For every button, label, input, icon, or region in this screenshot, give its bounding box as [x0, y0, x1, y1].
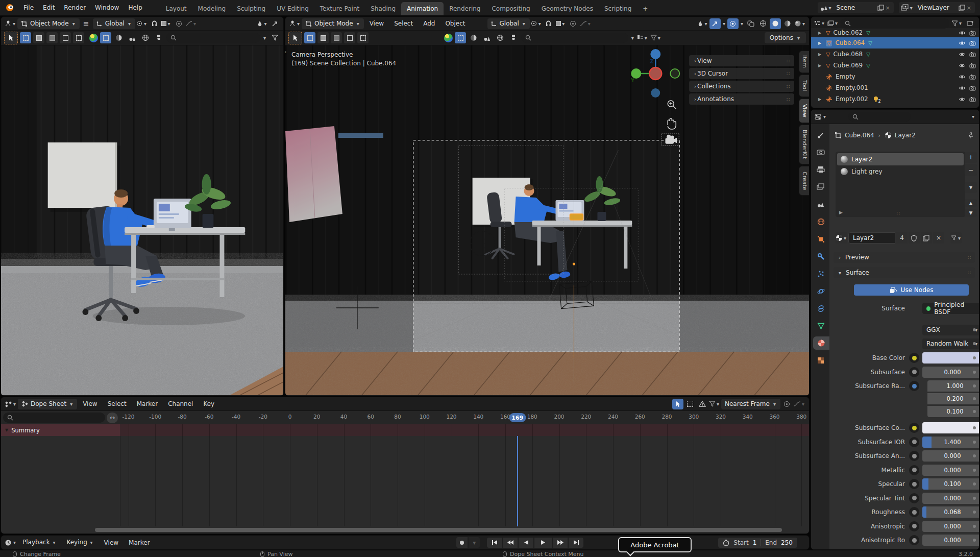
select-mode-set[interactable]	[20, 32, 31, 43]
transform-orientation-dropdown[interactable]: Global▾	[93, 18, 135, 29]
breadcrumb-material[interactable]: Layar2	[895, 132, 916, 139]
hide-eye-icon[interactable]	[959, 30, 966, 36]
timeline-ruler[interactable]: -120-100-80-60-40-2002040608010012014016…	[1, 411, 809, 424]
menu-window[interactable]: Window	[90, 0, 124, 15]
outliner-row-cube068[interactable]: ▶▽ Cube.068 ▽	[811, 49, 979, 60]
tab-data-icon[interactable]	[813, 319, 828, 332]
tab-animation[interactable]: Animation	[401, 2, 444, 15]
select-mode-subtract[interactable]	[331, 32, 342, 43]
material-slot-light-grey[interactable]: Light grey	[837, 165, 964, 178]
active-tool-select-box[interactable]	[4, 32, 18, 44]
subsurface-color-swatch[interactable]	[922, 422, 979, 433]
expand-triangle-icon[interactable]: ▼	[5, 428, 8, 432]
material-name-field[interactable]: Layar2	[848, 232, 895, 244]
new-scene-icon[interactable]	[877, 5, 884, 11]
disclosure-icon[interactable]: ▶	[818, 52, 823, 57]
tab-physics-icon[interactable]	[813, 284, 828, 298]
jump-to-start-button[interactable]	[487, 538, 502, 548]
scrollbar-thumb[interactable]	[95, 528, 782, 532]
animate-dot[interactable]	[973, 397, 976, 400]
input-socket[interactable]	[909, 423, 919, 433]
disable-render-camera-icon[interactable]	[969, 40, 976, 46]
summary-track[interactable]: ▼ Summary	[1, 424, 809, 436]
outliner-display-mode-dropdown[interactable]: ▾	[814, 18, 825, 29]
browse-material-dropdown[interactable]: ▾	[836, 232, 847, 244]
subsurface-radius-y[interactable]: 0.200	[927, 393, 979, 404]
hide-eye-icon[interactable]	[959, 85, 966, 91]
show-hidden-icon[interactable]	[684, 399, 696, 409]
proportional-falloff-dropdown[interactable]: ▾	[185, 18, 197, 29]
snap-target-dropdown[interactable]: ▾	[161, 18, 172, 29]
sidebar-tab-tool[interactable]: Tool	[799, 75, 810, 97]
object-type-visibility-dropdown[interactable]: ▾	[697, 18, 708, 29]
dope-sheet-body[interactable]: -120-100-80-60-40-2002040608010012014016…	[1, 411, 809, 534]
pivot-point-dropdown[interactable]: ▾	[136, 18, 148, 29]
blenderkit-filter-icon[interactable]	[269, 33, 280, 43]
blenderkit-asset-model[interactable]	[100, 32, 111, 43]
menu-key[interactable]: Key	[199, 397, 219, 411]
menu-render[interactable]: Render	[59, 0, 90, 15]
select-mode-extend[interactable]	[33, 32, 44, 43]
input-socket[interactable]	[909, 353, 919, 363]
select-mode-intersect[interactable]	[357, 32, 369, 43]
menu-playback[interactable]: Playback ▾	[18, 535, 61, 550]
only-errors-icon[interactable]	[697, 399, 708, 409]
filter-toggle-icon[interactable]: ↔	[107, 413, 118, 423]
outliner-filter-dropdown[interactable]: ▾	[951, 18, 963, 29]
menu-select[interactable]: Select	[103, 397, 131, 411]
properties-search-input[interactable]	[848, 112, 911, 122]
npanel-3d-cursor[interactable]: ›3D Cursor∷	[689, 68, 794, 79]
tab-material-icon[interactable]	[813, 336, 829, 350]
dopesheet-mode-dropdown[interactable]: Dope Sheet▾	[18, 399, 77, 409]
subsurface-slider[interactable]: 0.000	[922, 367, 979, 378]
horizontal-scrollbar[interactable]	[1, 527, 809, 532]
disable-render-camera-icon[interactable]	[969, 63, 976, 68]
input-socket[interactable]	[909, 521, 919, 531]
slot-expand-icon[interactable]: ▶	[839, 210, 843, 215]
blenderkit-search-input[interactable]	[166, 33, 260, 43]
move-slot-up-button[interactable]: ▲	[965, 199, 977, 207]
tab-texture-paint[interactable]: Texture Paint	[314, 2, 365, 15]
blenderkit-asset-scene[interactable]	[481, 33, 493, 43]
disable-render-camera-icon[interactable]	[969, 74, 976, 80]
animate-dot[interactable]	[973, 384, 976, 388]
disable-render-camera-icon[interactable]	[969, 30, 976, 36]
snap-mode-dropdown[interactable]: Nearest Frame▾	[721, 399, 780, 409]
outliner-row-cube064[interactable]: ▶▽ Cube.064 ▽	[811, 37, 979, 49]
animate-dot[interactable]	[973, 426, 976, 429]
overlays-toggle-icon[interactable]	[727, 18, 739, 29]
tab-uv-editing[interactable]: UV Editing	[271, 2, 314, 15]
preview-panel-header[interactable]: ›Preview∷	[834, 252, 975, 263]
remove-slot-button[interactable]: −	[965, 164, 977, 176]
npanel-collections[interactable]: ›Collections∷	[689, 81, 794, 92]
anisotropic-rotation-slider[interactable]: 0.000	[922, 535, 979, 546]
base-color-swatch[interactable]	[922, 352, 979, 364]
prev-keyframe-button[interactable]	[503, 538, 518, 548]
tab-geometry-nodes[interactable]: Geometry Nodes	[536, 2, 599, 15]
new-collection-button[interactable]	[965, 18, 976, 29]
blenderkit-asset-hdr[interactable]	[495, 33, 506, 43]
shading-rendered-icon[interactable]: ▾	[794, 18, 806, 29]
scene-selector[interactable]: ▾ Scene ×	[818, 2, 894, 13]
pin-icon[interactable]	[968, 132, 974, 139]
properties-options-dropdown[interactable]: ▾	[971, 114, 975, 119]
menu-add[interactable]: Add	[419, 16, 439, 31]
blenderkit-filter-icon[interactable]: ▾	[650, 33, 662, 43]
hide-eye-icon[interactable]	[959, 96, 966, 102]
proportional-falloff-dropdown[interactable]: ▾	[794, 399, 805, 409]
input-socket[interactable]	[909, 465, 919, 475]
new-material-icon[interactable]	[921, 232, 932, 244]
menu-marker[interactable]: Marker	[132, 397, 162, 411]
disclosure-icon[interactable]: ▶	[818, 63, 823, 68]
outliner-row-cube069[interactable]: ▶▽ Cube.069 ▽	[811, 60, 979, 71]
outliner-search-input[interactable]	[841, 18, 949, 29]
subsurface-radius-x[interactable]: 1.000	[927, 380, 979, 392]
tab-object-icon[interactable]	[813, 232, 828, 246]
surface-panel-header[interactable]: ▾Surface∷	[834, 267, 975, 278]
menu-select[interactable]: Select	[389, 16, 418, 31]
chevron-down-icon[interactable]: ▾	[630, 35, 635, 41]
move-slot-down-button[interactable]: ▼	[965, 209, 977, 217]
anisotropic-slider[interactable]: 0.000	[922, 521, 979, 532]
animate-dot[interactable]	[973, 469, 976, 472]
properties-editor-type-icon[interactable]: ▾	[815, 111, 827, 122]
